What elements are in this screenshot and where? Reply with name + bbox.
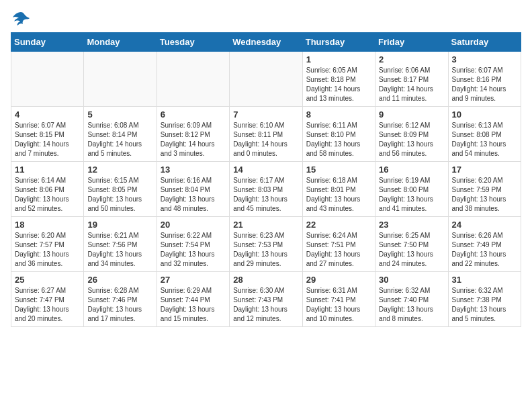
day-info: Sunrise: 6:25 AM Sunset: 7:50 PM Dayligh… — [379, 231, 444, 269]
calendar-week-5: 25Sunrise: 6:27 AM Sunset: 7:47 PM Dayli… — [11, 272, 521, 327]
calendar-day-8: 8Sunrise: 6:11 AM Sunset: 8:10 PM Daylig… — [302, 107, 375, 162]
day-info: Sunrise: 6:32 AM Sunset: 7:40 PM Dayligh… — [379, 286, 444, 324]
day-info: Sunrise: 6:05 AM Sunset: 8:18 PM Dayligh… — [306, 66, 371, 103]
day-number: 24 — [452, 220, 517, 230]
calendar-day-18: 18Sunrise: 6:20 AM Sunset: 7:57 PM Dayli… — [11, 217, 84, 272]
calendar-day-20: 20Sunrise: 6:22 AM Sunset: 7:54 PM Dayli… — [157, 217, 229, 272]
calendar-day-3: 3Sunrise: 6:07 AM Sunset: 8:16 PM Daylig… — [448, 52, 521, 107]
day-number: 29 — [306, 275, 371, 285]
day-number: 14 — [233, 165, 298, 175]
day-info: Sunrise: 6:24 AM Sunset: 7:51 PM Dayligh… — [306, 231, 371, 269]
weekday-header-thursday: Thursday — [302, 33, 375, 52]
day-number: 26 — [87, 275, 152, 285]
day-info: Sunrise: 6:06 AM Sunset: 8:17 PM Dayligh… — [379, 66, 444, 103]
calendar-day-9: 9Sunrise: 6:12 AM Sunset: 8:09 PM Daylig… — [375, 107, 448, 162]
calendar-day-empty-0-0 — [11, 52, 84, 107]
calendar-week-4: 18Sunrise: 6:20 AM Sunset: 7:57 PM Dayli… — [11, 217, 521, 272]
day-number: 13 — [161, 165, 226, 175]
day-number: 4 — [15, 109, 80, 120]
day-number: 27 — [161, 275, 226, 285]
page-header — [11, 11, 521, 27]
day-info: Sunrise: 6:30 AM Sunset: 7:43 PM Dayligh… — [233, 286, 298, 324]
day-number: 19 — [87, 220, 152, 230]
calendar-day-23: 23Sunrise: 6:25 AM Sunset: 7:50 PM Dayli… — [375, 217, 448, 272]
day-info: Sunrise: 6:31 AM Sunset: 7:41 PM Dayligh… — [306, 286, 371, 324]
calendar-week-3: 11Sunrise: 6:14 AM Sunset: 8:06 PM Dayli… — [11, 162, 521, 217]
calendar-day-10: 10Sunrise: 6:13 AM Sunset: 8:08 PM Dayli… — [448, 107, 521, 162]
calendar-week-2: 4Sunrise: 6:07 AM Sunset: 8:15 PM Daylig… — [11, 107, 521, 162]
calendar-day-31: 31Sunrise: 6:32 AM Sunset: 7:38 PM Dayli… — [448, 272, 521, 327]
calendar-day-22: 22Sunrise: 6:24 AM Sunset: 7:51 PM Dayli… — [302, 217, 375, 272]
calendar-day-15: 15Sunrise: 6:18 AM Sunset: 8:01 PM Dayli… — [302, 162, 375, 217]
calendar-day-1: 1Sunrise: 6:05 AM Sunset: 8:18 PM Daylig… — [302, 52, 375, 107]
weekday-header-wednesday: Wednesday — [230, 33, 302, 52]
day-info: Sunrise: 6:20 AM Sunset: 7:59 PM Dayligh… — [452, 176, 517, 214]
day-number: 9 — [379, 109, 444, 120]
calendar-week-1: 1Sunrise: 6:05 AM Sunset: 8:18 PM Daylig… — [11, 52, 521, 107]
day-info: Sunrise: 6:11 AM Sunset: 8:10 PM Dayligh… — [306, 121, 371, 158]
day-info: Sunrise: 6:26 AM Sunset: 7:49 PM Dayligh… — [452, 231, 517, 269]
calendar-day-19: 19Sunrise: 6:21 AM Sunset: 7:56 PM Dayli… — [84, 217, 157, 272]
day-number: 6 — [161, 109, 226, 120]
day-info: Sunrise: 6:13 AM Sunset: 8:08 PM Dayligh… — [452, 121, 517, 158]
calendar-day-4: 4Sunrise: 6:07 AM Sunset: 8:15 PM Daylig… — [11, 107, 84, 162]
day-number: 17 — [452, 165, 517, 175]
day-number: 23 — [379, 220, 444, 230]
calendar-day-empty-0-3 — [230, 52, 302, 107]
day-number: 28 — [233, 275, 298, 285]
day-number: 15 — [306, 165, 371, 175]
logo — [11, 11, 34, 27]
logo-bird-icon — [11, 11, 31, 27]
day-info: Sunrise: 6:17 AM Sunset: 8:03 PM Dayligh… — [233, 176, 298, 214]
day-info: Sunrise: 6:07 AM Sunset: 8:16 PM Dayligh… — [452, 66, 517, 103]
calendar-day-25: 25Sunrise: 6:27 AM Sunset: 7:47 PM Dayli… — [11, 272, 84, 327]
day-info: Sunrise: 6:32 AM Sunset: 7:38 PM Dayligh… — [452, 286, 517, 324]
day-number: 30 — [379, 275, 444, 285]
day-info: Sunrise: 6:22 AM Sunset: 7:54 PM Dayligh… — [161, 231, 226, 269]
day-number: 21 — [233, 220, 298, 230]
calendar-day-12: 12Sunrise: 6:15 AM Sunset: 8:05 PM Dayli… — [84, 162, 157, 217]
calendar-day-21: 21Sunrise: 6:23 AM Sunset: 7:53 PM Dayli… — [230, 217, 302, 272]
calendar-day-28: 28Sunrise: 6:30 AM Sunset: 7:43 PM Dayli… — [230, 272, 302, 327]
day-info: Sunrise: 6:27 AM Sunset: 7:47 PM Dayligh… — [15, 286, 80, 324]
calendar-day-27: 27Sunrise: 6:29 AM Sunset: 7:44 PM Dayli… — [157, 272, 229, 327]
calendar-day-14: 14Sunrise: 6:17 AM Sunset: 8:03 PM Dayli… — [230, 162, 302, 217]
weekday-header-tuesday: Tuesday — [157, 33, 229, 52]
calendar-day-30: 30Sunrise: 6:32 AM Sunset: 7:40 PM Dayli… — [375, 272, 448, 327]
calendar-day-2: 2Sunrise: 6:06 AM Sunset: 8:17 PM Daylig… — [375, 52, 448, 107]
day-info: Sunrise: 6:10 AM Sunset: 8:11 PM Dayligh… — [233, 121, 298, 158]
day-number: 2 — [379, 54, 444, 64]
day-number: 3 — [452, 54, 517, 64]
day-number: 25 — [15, 275, 80, 285]
calendar-day-11: 11Sunrise: 6:14 AM Sunset: 8:06 PM Dayli… — [11, 162, 84, 217]
weekday-header-row: SundayMondayTuesdayWednesdayThursdayFrid… — [11, 33, 521, 52]
calendar-day-24: 24Sunrise: 6:26 AM Sunset: 7:49 PM Dayli… — [448, 217, 521, 272]
day-info: Sunrise: 6:14 AM Sunset: 8:06 PM Dayligh… — [15, 176, 80, 214]
day-number: 20 — [161, 220, 226, 230]
weekday-header-saturday: Saturday — [448, 33, 521, 52]
day-info: Sunrise: 6:29 AM Sunset: 7:44 PM Dayligh… — [161, 286, 226, 324]
calendar-day-empty-0-2 — [157, 52, 229, 107]
calendar-day-17: 17Sunrise: 6:20 AM Sunset: 7:59 PM Dayli… — [448, 162, 521, 217]
calendar-day-7: 7Sunrise: 6:10 AM Sunset: 8:11 PM Daylig… — [230, 107, 302, 162]
day-info: Sunrise: 6:16 AM Sunset: 8:04 PM Dayligh… — [161, 176, 226, 214]
day-info: Sunrise: 6:19 AM Sunset: 8:00 PM Dayligh… — [379, 176, 444, 214]
day-info: Sunrise: 6:18 AM Sunset: 8:01 PM Dayligh… — [306, 176, 371, 214]
day-number: 22 — [306, 220, 371, 230]
day-info: Sunrise: 6:08 AM Sunset: 8:14 PM Dayligh… — [87, 121, 152, 158]
day-number: 7 — [233, 109, 298, 120]
weekday-header-friday: Friday — [375, 33, 448, 52]
day-info: Sunrise: 6:09 AM Sunset: 8:12 PM Dayligh… — [161, 121, 226, 158]
day-number: 12 — [87, 165, 152, 175]
day-number: 5 — [87, 109, 152, 120]
calendar-day-6: 6Sunrise: 6:09 AM Sunset: 8:12 PM Daylig… — [157, 107, 229, 162]
weekday-header-monday: Monday — [84, 33, 157, 52]
day-info: Sunrise: 6:21 AM Sunset: 7:56 PM Dayligh… — [87, 231, 152, 269]
day-number: 18 — [15, 220, 80, 230]
day-info: Sunrise: 6:28 AM Sunset: 7:46 PM Dayligh… — [87, 286, 152, 324]
day-number: 1 — [306, 54, 371, 64]
day-number: 31 — [452, 275, 517, 285]
day-info: Sunrise: 6:20 AM Sunset: 7:57 PM Dayligh… — [15, 231, 80, 269]
day-info: Sunrise: 6:15 AM Sunset: 8:05 PM Dayligh… — [87, 176, 152, 214]
calendar-day-26: 26Sunrise: 6:28 AM Sunset: 7:46 PM Dayli… — [84, 272, 157, 327]
